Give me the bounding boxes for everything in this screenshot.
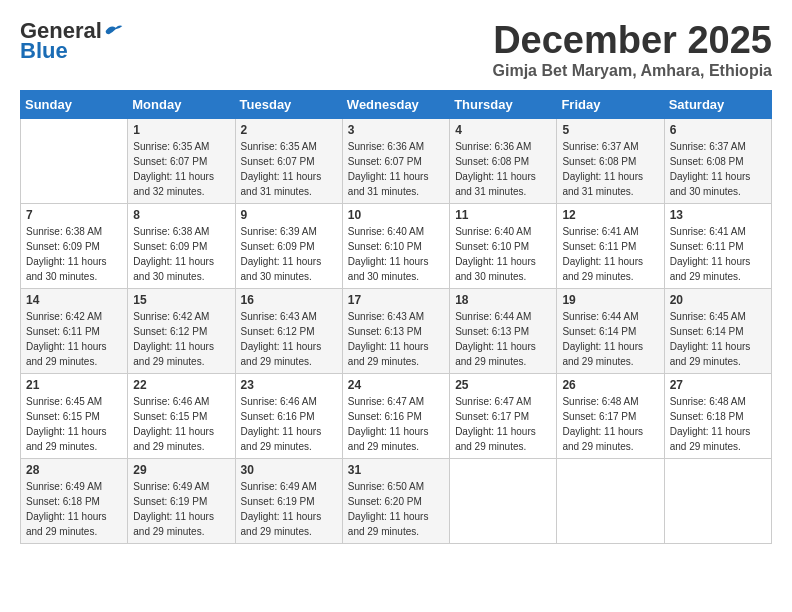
calendar-week-2: 7Sunrise: 6:38 AMSunset: 6:09 PMDaylight…: [21, 203, 772, 288]
day-number: 1: [133, 123, 229, 137]
day-number: 21: [26, 378, 122, 392]
calendar-cell: 14Sunrise: 6:42 AMSunset: 6:11 PMDayligh…: [21, 288, 128, 373]
day-number: 20: [670, 293, 766, 307]
calendar-cell: 3Sunrise: 6:36 AMSunset: 6:07 PMDaylight…: [342, 118, 449, 203]
day-info: Sunrise: 6:35 AMSunset: 6:07 PMDaylight:…: [241, 139, 337, 199]
calendar-cell: 17Sunrise: 6:43 AMSunset: 6:13 PMDayligh…: [342, 288, 449, 373]
day-info: Sunrise: 6:39 AMSunset: 6:09 PMDaylight:…: [241, 224, 337, 284]
logo: General Blue: [20, 20, 124, 62]
day-number: 30: [241, 463, 337, 477]
day-number: 8: [133, 208, 229, 222]
day-number: 19: [562, 293, 658, 307]
calendar-cell: 29Sunrise: 6:49 AMSunset: 6:19 PMDayligh…: [128, 458, 235, 543]
day-info: Sunrise: 6:46 AMSunset: 6:16 PMDaylight:…: [241, 394, 337, 454]
day-info: Sunrise: 6:38 AMSunset: 6:09 PMDaylight:…: [133, 224, 229, 284]
calendar-week-1: 1Sunrise: 6:35 AMSunset: 6:07 PMDaylight…: [21, 118, 772, 203]
logo-bird-icon: [104, 22, 124, 40]
day-info: Sunrise: 6:44 AMSunset: 6:13 PMDaylight:…: [455, 309, 551, 369]
day-number: 9: [241, 208, 337, 222]
weekday-header-friday: Friday: [557, 90, 664, 118]
day-number: 27: [670, 378, 766, 392]
calendar-week-3: 14Sunrise: 6:42 AMSunset: 6:11 PMDayligh…: [21, 288, 772, 373]
day-number: 31: [348, 463, 444, 477]
day-number: 28: [26, 463, 122, 477]
day-info: Sunrise: 6:47 AMSunset: 6:16 PMDaylight:…: [348, 394, 444, 454]
day-info: Sunrise: 6:49 AMSunset: 6:19 PMDaylight:…: [241, 479, 337, 539]
logo-blue-text: Blue: [20, 40, 68, 62]
title-block: December 2025 Gimja Bet Maryam, Amhara, …: [493, 20, 772, 80]
weekday-header-monday: Monday: [128, 90, 235, 118]
page-header: General Blue December 2025 Gimja Bet Mar…: [20, 20, 772, 80]
calendar-cell: 31Sunrise: 6:50 AMSunset: 6:20 PMDayligh…: [342, 458, 449, 543]
calendar-cell: 15Sunrise: 6:42 AMSunset: 6:12 PMDayligh…: [128, 288, 235, 373]
day-info: Sunrise: 6:43 AMSunset: 6:12 PMDaylight:…: [241, 309, 337, 369]
day-info: Sunrise: 6:38 AMSunset: 6:09 PMDaylight:…: [26, 224, 122, 284]
day-info: Sunrise: 6:47 AMSunset: 6:17 PMDaylight:…: [455, 394, 551, 454]
day-info: Sunrise: 6:44 AMSunset: 6:14 PMDaylight:…: [562, 309, 658, 369]
calendar-cell: 21Sunrise: 6:45 AMSunset: 6:15 PMDayligh…: [21, 373, 128, 458]
calendar-cell: [664, 458, 771, 543]
calendar-cell: 12Sunrise: 6:41 AMSunset: 6:11 PMDayligh…: [557, 203, 664, 288]
day-info: Sunrise: 6:42 AMSunset: 6:11 PMDaylight:…: [26, 309, 122, 369]
day-number: 12: [562, 208, 658, 222]
calendar-cell: 13Sunrise: 6:41 AMSunset: 6:11 PMDayligh…: [664, 203, 771, 288]
day-number: 16: [241, 293, 337, 307]
day-info: Sunrise: 6:48 AMSunset: 6:18 PMDaylight:…: [670, 394, 766, 454]
day-number: 15: [133, 293, 229, 307]
day-number: 18: [455, 293, 551, 307]
day-info: Sunrise: 6:49 AMSunset: 6:18 PMDaylight:…: [26, 479, 122, 539]
day-info: Sunrise: 6:40 AMSunset: 6:10 PMDaylight:…: [348, 224, 444, 284]
day-info: Sunrise: 6:37 AMSunset: 6:08 PMDaylight:…: [670, 139, 766, 199]
calendar-cell: 10Sunrise: 6:40 AMSunset: 6:10 PMDayligh…: [342, 203, 449, 288]
calendar-cell: [557, 458, 664, 543]
calendar-cell: 24Sunrise: 6:47 AMSunset: 6:16 PMDayligh…: [342, 373, 449, 458]
day-info: Sunrise: 6:36 AMSunset: 6:07 PMDaylight:…: [348, 139, 444, 199]
day-info: Sunrise: 6:45 AMSunset: 6:14 PMDaylight:…: [670, 309, 766, 369]
day-number: 24: [348, 378, 444, 392]
day-number: 25: [455, 378, 551, 392]
calendar-cell: 2Sunrise: 6:35 AMSunset: 6:07 PMDaylight…: [235, 118, 342, 203]
day-number: 5: [562, 123, 658, 137]
calendar-cell: 30Sunrise: 6:49 AMSunset: 6:19 PMDayligh…: [235, 458, 342, 543]
day-info: Sunrise: 6:46 AMSunset: 6:15 PMDaylight:…: [133, 394, 229, 454]
calendar-cell: 22Sunrise: 6:46 AMSunset: 6:15 PMDayligh…: [128, 373, 235, 458]
day-info: Sunrise: 6:36 AMSunset: 6:08 PMDaylight:…: [455, 139, 551, 199]
calendar-cell: 18Sunrise: 6:44 AMSunset: 6:13 PMDayligh…: [450, 288, 557, 373]
day-number: 3: [348, 123, 444, 137]
day-info: Sunrise: 6:42 AMSunset: 6:12 PMDaylight:…: [133, 309, 229, 369]
calendar-cell: 25Sunrise: 6:47 AMSunset: 6:17 PMDayligh…: [450, 373, 557, 458]
calendar-cell: 5Sunrise: 6:37 AMSunset: 6:08 PMDaylight…: [557, 118, 664, 203]
calendar-cell: 4Sunrise: 6:36 AMSunset: 6:08 PMDaylight…: [450, 118, 557, 203]
weekday-header-tuesday: Tuesday: [235, 90, 342, 118]
day-number: 4: [455, 123, 551, 137]
day-info: Sunrise: 6:37 AMSunset: 6:08 PMDaylight:…: [562, 139, 658, 199]
calendar-cell: 26Sunrise: 6:48 AMSunset: 6:17 PMDayligh…: [557, 373, 664, 458]
calendar-cell: 27Sunrise: 6:48 AMSunset: 6:18 PMDayligh…: [664, 373, 771, 458]
calendar-cell: 20Sunrise: 6:45 AMSunset: 6:14 PMDayligh…: [664, 288, 771, 373]
weekday-header-row: SundayMondayTuesdayWednesdayThursdayFrid…: [21, 90, 772, 118]
calendar-cell: 8Sunrise: 6:38 AMSunset: 6:09 PMDaylight…: [128, 203, 235, 288]
day-number: 22: [133, 378, 229, 392]
weekday-header-saturday: Saturday: [664, 90, 771, 118]
calendar-cell: 1Sunrise: 6:35 AMSunset: 6:07 PMDaylight…: [128, 118, 235, 203]
weekday-header-thursday: Thursday: [450, 90, 557, 118]
calendar-table: SundayMondayTuesdayWednesdayThursdayFrid…: [20, 90, 772, 544]
day-info: Sunrise: 6:41 AMSunset: 6:11 PMDaylight:…: [670, 224, 766, 284]
day-info: Sunrise: 6:45 AMSunset: 6:15 PMDaylight:…: [26, 394, 122, 454]
day-info: Sunrise: 6:40 AMSunset: 6:10 PMDaylight:…: [455, 224, 551, 284]
calendar-cell: 19Sunrise: 6:44 AMSunset: 6:14 PMDayligh…: [557, 288, 664, 373]
day-info: Sunrise: 6:50 AMSunset: 6:20 PMDaylight:…: [348, 479, 444, 539]
day-number: 7: [26, 208, 122, 222]
day-info: Sunrise: 6:49 AMSunset: 6:19 PMDaylight:…: [133, 479, 229, 539]
day-number: 13: [670, 208, 766, 222]
day-number: 14: [26, 293, 122, 307]
day-number: 17: [348, 293, 444, 307]
calendar-cell: 11Sunrise: 6:40 AMSunset: 6:10 PMDayligh…: [450, 203, 557, 288]
day-number: 29: [133, 463, 229, 477]
calendar-cell: 6Sunrise: 6:37 AMSunset: 6:08 PMDaylight…: [664, 118, 771, 203]
calendar-cell: [450, 458, 557, 543]
day-number: 10: [348, 208, 444, 222]
location-subtitle: Gimja Bet Maryam, Amhara, Ethiopia: [493, 62, 772, 80]
day-number: 11: [455, 208, 551, 222]
weekday-header-sunday: Sunday: [21, 90, 128, 118]
